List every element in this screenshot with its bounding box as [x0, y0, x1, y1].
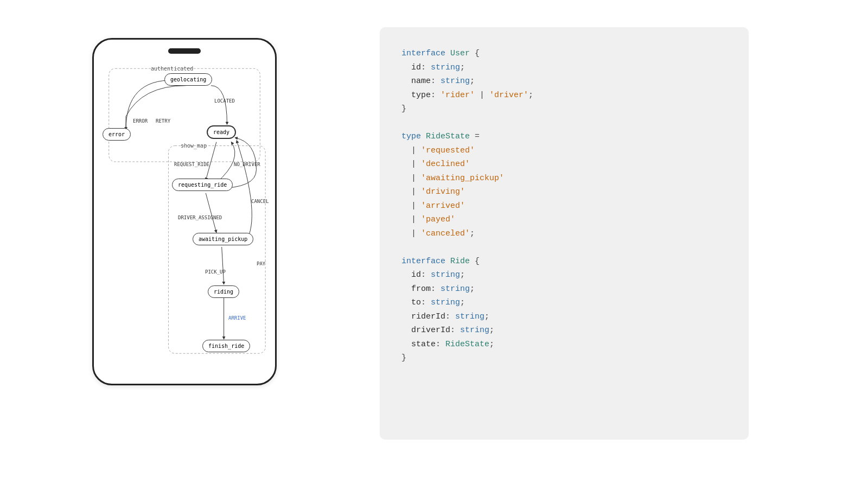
riding-node: riding	[208, 285, 239, 298]
interface-user-line: interface User {	[401, 47, 727, 61]
rs-requested-line: | 'requested'	[401, 144, 727, 158]
show-map-label: show_map	[181, 143, 207, 149]
ride-from-line: from: string;	[401, 282, 727, 296]
ride-to-line: to: string;	[401, 296, 727, 310]
finish-ride-node: finish_ride	[202, 340, 250, 352]
authenticated-label: authenticated	[151, 66, 193, 72]
phone-frame: authenticated geolocating error show_map…	[92, 38, 277, 385]
rs-driving-line: | 'driving'	[401, 185, 727, 199]
right-panel: interface User { id: string; name: strin…	[369, 16, 868, 450]
user-id-line: id: string;	[401, 61, 727, 75]
blank-2	[401, 240, 727, 255]
error-label: ERROR	[133, 118, 148, 124]
left-panel: authenticated geolocating error show_map…	[0, 16, 369, 407]
awaiting-pickup-node: awaiting_pickup	[193, 233, 253, 245]
blank-1	[401, 116, 727, 130]
interface-ride-line: interface Ride {	[401, 255, 727, 269]
diagram-area: authenticated geolocating error show_map…	[99, 60, 270, 375]
close-brace-1: }	[401, 102, 727, 116]
ride-state-line: state: RideState;	[401, 338, 727, 352]
geolocating-node: geolocating	[164, 73, 212, 86]
rs-payed-line: | 'payed'	[401, 213, 727, 227]
rs-arrived-line: | 'arrived'	[401, 199, 727, 213]
user-type-line: type: 'rider' | 'driver';	[401, 88, 727, 103]
located-label: LOCATED	[214, 98, 235, 104]
pay-label: PAY	[257, 261, 265, 266]
user-name-line: name: string;	[401, 74, 727, 88]
no-driver-label: NO_DRIVER	[234, 162, 260, 167]
arrive-label: ARRIVE	[228, 315, 246, 321]
ride-riderid-line: riderId: string;	[401, 310, 727, 324]
rs-canceled-line: | 'canceled';	[401, 227, 727, 241]
ready-node: ready	[207, 125, 236, 139]
cancel-label: CANCEL	[251, 199, 269, 204]
type-ridestate-line: type RideState =	[401, 130, 727, 144]
rs-awaiting-line: | 'awaiting_pickup'	[401, 172, 727, 186]
retry-label: RETRY	[156, 118, 170, 124]
rs-declined-line: | 'declined'	[401, 157, 727, 172]
phone-notch	[168, 48, 201, 54]
driver-assigned-label: DRIVER_ASSIGNED	[178, 215, 222, 220]
request-ride-label: REQUEST_RIDE	[174, 162, 209, 167]
code-block: interface User { id: string; name: strin…	[380, 27, 749, 440]
pick-up-label: PICK_UP	[205, 269, 226, 275]
svg-rect-1	[169, 146, 266, 354]
close-brace-2: }	[401, 351, 727, 365]
ride-id-line: id: string;	[401, 268, 727, 282]
error-node: error	[103, 128, 131, 141]
requesting-ride-node: requesting_ride	[172, 179, 233, 191]
ride-driverid-line: driverId: string;	[401, 323, 727, 338]
